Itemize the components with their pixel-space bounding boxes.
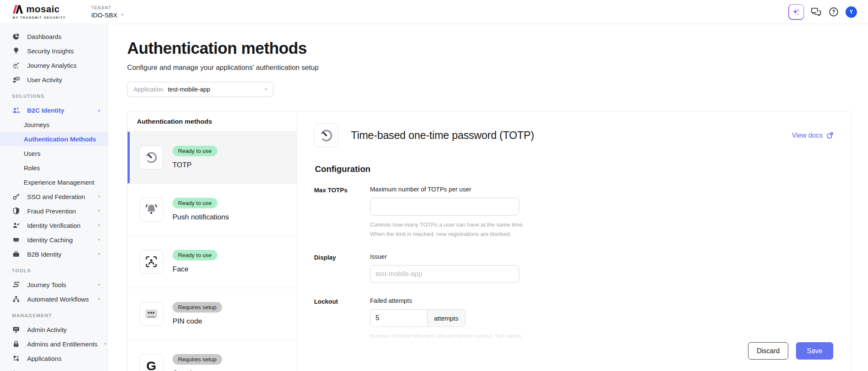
chevron-down-icon: ▾ bbox=[98, 209, 100, 213]
sidebar-item-security-insights[interactable]: Security Insights bbox=[0, 44, 108, 58]
max-totps-help: Controls how many TOTPs a user can have … bbox=[370, 220, 536, 239]
sidebar-item-authentication-methods[interactable]: Authentication Methods bbox=[0, 132, 108, 146]
chevron-down-icon: ▾ bbox=[98, 194, 100, 199]
ai-sparkle-icon bbox=[792, 8, 801, 17]
user-avatar[interactable]: Y bbox=[846, 6, 857, 18]
application-select-value: test-mobile-app bbox=[168, 86, 210, 93]
max-totps-row: Max TOTPs Maximum number of TOTPs per us… bbox=[314, 186, 834, 239]
grid-icon bbox=[12, 354, 20, 362]
brand-name: mosaic bbox=[26, 5, 60, 14]
chevron-down-icon: ▾ bbox=[98, 252, 100, 256]
method-name: Push notifications bbox=[172, 213, 229, 221]
sidebar-item-automated-workflows[interactable]: Automated Workflows ▾ bbox=[0, 292, 108, 306]
sidebar-item-journeys[interactable]: Journeys bbox=[0, 117, 108, 132]
sidebar-item-admin-activity[interactable]: Admin Activity bbox=[0, 322, 108, 337]
status-badge: Ready to use bbox=[172, 146, 217, 156]
usage-icon bbox=[12, 369, 20, 371]
sidebar-item-experience-management[interactable]: Experience Management bbox=[0, 175, 108, 189]
sidebar-item-admins-and-entitlements[interactable]: Admins and Entitlements ▾ bbox=[0, 337, 108, 351]
field-label-max-totps: Maximum number of TOTPs per user bbox=[370, 186, 536, 193]
section-label-solutions: SOLUTIONS bbox=[0, 87, 108, 103]
lightbulb-icon bbox=[12, 47, 20, 55]
section-label-management: MANAGEMENT bbox=[0, 306, 108, 322]
view-docs-link[interactable]: View docs bbox=[792, 132, 834, 139]
page-subtitle: Configure and manage your applications' … bbox=[127, 64, 868, 72]
application-select[interactable]: Application test-mobile-app ▾ bbox=[127, 82, 273, 97]
sidebar-item-journey-analytics[interactable]: Journey Analytics bbox=[0, 58, 108, 72]
route-icon bbox=[12, 281, 20, 288]
memory-icon bbox=[12, 236, 20, 244]
sidebar-item-sso-and-federation[interactable]: SSO and Federation ▾ bbox=[0, 189, 108, 204]
face-scan-icon bbox=[139, 250, 163, 274]
key-icon bbox=[12, 193, 20, 200]
mosaic-logo-icon bbox=[13, 5, 23, 14]
pin-code-icon: *** bbox=[139, 302, 163, 326]
authentication-methods-card: Authentication methods Ready to use TOTP bbox=[127, 111, 851, 371]
sidebar-item-user-activity[interactable]: User Activity bbox=[0, 72, 108, 87]
feedback-button[interactable] bbox=[811, 7, 822, 17]
tenant-selector[interactable]: TENANT IDO-SBX ▾ bbox=[91, 6, 123, 19]
totp-timer-icon bbox=[314, 123, 338, 147]
method-item-push-notifications[interactable]: Ready to use Push notifications bbox=[128, 184, 297, 236]
brand-logo[interactable]: mosaic BY TRANSMIT SECURITY bbox=[0, 5, 66, 19]
group-label-display: Display bbox=[314, 253, 370, 283]
max-totps-input[interactable] bbox=[370, 198, 519, 216]
sidebar-item-journey-tools[interactable]: Journey Tools ▾ bbox=[0, 277, 108, 292]
chat-bubbles-icon bbox=[811, 7, 822, 17]
page-title: Authentication methods bbox=[127, 39, 868, 58]
discard-button[interactable]: Discard bbox=[748, 342, 788, 360]
sidebar-item-identity-caching[interactable]: Identity Caching ▾ bbox=[0, 233, 108, 247]
sidebar-item-roles[interactable]: Roles bbox=[0, 161, 108, 175]
method-item-pin-code[interactable]: *** Requires setup PIN code bbox=[128, 288, 297, 340]
methods-panel-title: Authentication methods bbox=[128, 111, 297, 132]
status-badge: Ready to use bbox=[172, 198, 217, 208]
config-title: Time-based one-time password (TOTP) bbox=[351, 129, 534, 141]
bell-icon bbox=[139, 198, 163, 221]
application-select-label: Application bbox=[134, 86, 164, 93]
shield-icon bbox=[12, 207, 20, 215]
configuration-heading: Configuration bbox=[315, 164, 834, 174]
user-check-icon bbox=[12, 221, 20, 229]
method-name: PIN code bbox=[172, 317, 222, 326]
sidebar-item-identity-verification[interactable]: Identity Verification ▾ bbox=[0, 218, 108, 233]
main-content: Authentication methods Configure and man… bbox=[108, 24, 868, 371]
chevron-down-icon: ▾ bbox=[104, 342, 106, 346]
issuer-input[interactable] bbox=[370, 265, 519, 283]
sidebar-item-applications[interactable]: Applications bbox=[0, 351, 108, 365]
method-item-google[interactable]: G Requires setup Google bbox=[128, 340, 297, 371]
method-item-face[interactable]: Ready to use Face bbox=[128, 236, 297, 288]
chevron-down-icon: ▾ bbox=[121, 13, 123, 17]
user-monitor-icon bbox=[12, 76, 20, 83]
ai-assistant-button[interactable] bbox=[788, 4, 804, 20]
chevron-down-icon: ▾ bbox=[98, 297, 100, 301]
svg-text:?: ? bbox=[832, 9, 835, 15]
status-badge: Requires setup bbox=[172, 354, 222, 365]
tenant-label: TENANT bbox=[91, 6, 123, 10]
section-label-tools: TOOLS bbox=[0, 261, 108, 277]
tenant-value: IDO-SBX bbox=[91, 11, 117, 19]
brand-tagline: BY TRANSMIT SECURITY bbox=[13, 16, 66, 19]
help-button[interactable]: ? bbox=[829, 7, 839, 17]
help-circle-icon: ? bbox=[829, 7, 839, 17]
chevron-down-icon: ▾ bbox=[98, 282, 100, 287]
totp-timer-icon bbox=[139, 146, 163, 169]
chevron-up-icon: ▴ bbox=[98, 108, 100, 112]
sidebar-item-b2b-identity[interactable]: B2B Identity ▾ bbox=[0, 247, 108, 261]
people-icon bbox=[12, 106, 20, 114]
google-icon: G bbox=[139, 354, 163, 371]
external-link-icon bbox=[826, 132, 834, 139]
field-label-issuer: Issuer bbox=[370, 253, 519, 260]
sidebar: Dashboards Security Insights Journey Ana… bbox=[0, 24, 108, 371]
chevron-down-icon: ▾ bbox=[98, 238, 100, 242]
method-item-totp[interactable]: Ready to use TOTP bbox=[128, 132, 297, 184]
sidebar-item-usage[interactable]: Usage bbox=[0, 365, 108, 371]
sidebar-item-dashboards[interactable]: Dashboards bbox=[0, 29, 108, 44]
sidebar-item-users[interactable]: Users bbox=[0, 146, 108, 161]
sidebar-item-b2c-identity[interactable]: B2C Identity ▴ bbox=[0, 103, 108, 117]
chevron-down-icon: ▾ bbox=[98, 223, 100, 227]
method-name: Google bbox=[172, 369, 222, 371]
sidebar-item-fraud-prevention[interactable]: Fraud Prevention ▾ bbox=[0, 204, 108, 218]
briefcase-icon bbox=[12, 250, 20, 258]
display-row: Display Issuer bbox=[314, 253, 834, 283]
save-button[interactable]: Save bbox=[796, 342, 833, 360]
